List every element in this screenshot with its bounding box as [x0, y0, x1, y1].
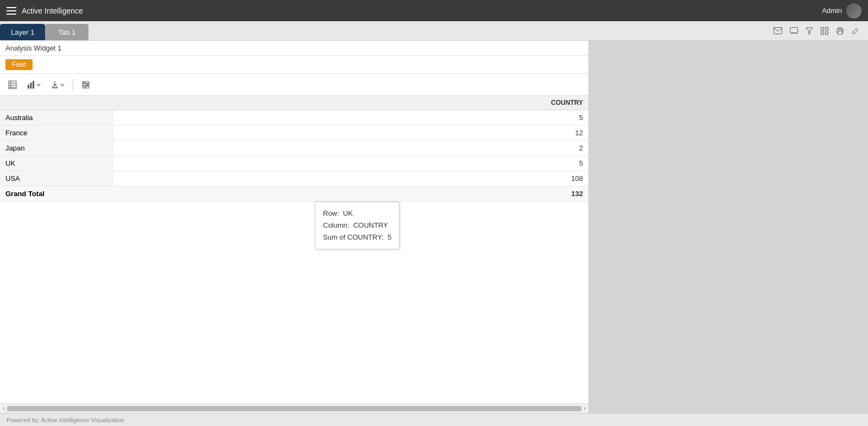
- data-table: COUNTRY Australia 5 France 12 Japan 2: [0, 96, 588, 202]
- filter-bar: Field: [0, 56, 588, 74]
- horizontal-scrollbar[interactable]: ‹ ›: [0, 403, 588, 413]
- app-title: Active Intelligence: [22, 7, 83, 15]
- tooltip-sum: Sum of COUNTRY: 5: [323, 231, 391, 243]
- tabs-bar: Layer 1 Tab 1: [0, 21, 868, 41]
- svg-rect-2: [821, 27, 824, 30]
- chart-view-btn[interactable]: [23, 78, 45, 92]
- tooltip-sum-value: 5: [388, 233, 391, 241]
- print-icon-btn[interactable]: [834, 26, 846, 36]
- comment-icon-btn[interactable]: [788, 26, 800, 36]
- row-value-australia: 5: [114, 110, 588, 126]
- tab-tab1[interactable]: Tab 1: [45, 24, 88, 40]
- avatar[interactable]: [846, 3, 861, 18]
- app-header: Active Intelligence Admin: [0, 0, 868, 21]
- grand-total-row: Grand Total 132: [0, 186, 588, 202]
- scroll-left-arrow[interactable]: ‹: [1, 405, 6, 411]
- tab-layer1[interactable]: Layer 1: [0, 24, 45, 40]
- svg-rect-7: [838, 28, 842, 29]
- row-label-australia: Australia: [0, 110, 114, 126]
- scroll-thumb[interactable]: [7, 406, 581, 411]
- export-btn[interactable]: [47, 78, 68, 92]
- tooltip-col-value: COUNTRY: [353, 221, 388, 229]
- tooltip-row: Row: UK: [323, 208, 391, 220]
- header-left: Active Intelligence: [7, 7, 83, 15]
- table-row: France 12: [0, 126, 588, 141]
- svg-rect-5: [826, 32, 828, 34]
- table-row: UK 5: [0, 156, 588, 171]
- header-right: Admin: [822, 3, 861, 18]
- edit-icon-btn[interactable]: [850, 26, 861, 36]
- tooltip-row-value: UK: [343, 209, 353, 217]
- filter-icon-btn[interactable]: [803, 26, 815, 36]
- tooltip-col-label: Column:: [323, 221, 349, 229]
- grid-icon-btn[interactable]: [819, 26, 831, 36]
- table-row: USA 108: [0, 171, 588, 186]
- row-header-empty: [0, 96, 114, 110]
- hamburger-menu[interactable]: [7, 7, 16, 15]
- widget-title: Analysis Widget 1: [0, 41, 588, 56]
- scroll-track[interactable]: [7, 406, 581, 411]
- scroll-right-arrow[interactable]: ›: [582, 405, 587, 411]
- svg-rect-15: [28, 85, 29, 89]
- tooltip-column: Column: COUNTRY: [323, 220, 391, 231]
- row-value-grand-total: 132: [114, 186, 588, 202]
- toolbar-divider: [73, 79, 73, 91]
- widget-toolbar: [0, 74, 588, 96]
- mail-icon-btn[interactable]: [771, 26, 784, 35]
- tooltip-row-label: Row:: [323, 209, 339, 217]
- svg-point-23: [87, 84, 88, 85]
- table-row: Australia 5: [0, 110, 588, 126]
- svg-point-9: [842, 30, 843, 31]
- row-label-usa: USA: [0, 171, 114, 186]
- tooltip-sum-label: Sum of COUNTRY:: [323, 233, 384, 241]
- row-value-japan: 2: [114, 141, 588, 156]
- admin-label: Admin: [822, 7, 842, 15]
- footer: Powered by: Active Intelligence Visualiz…: [0, 413, 868, 426]
- svg-rect-1: [790, 27, 798, 33]
- svg-point-22: [84, 82, 85, 83]
- svg-rect-8: [838, 32, 842, 34]
- tooltip-box: Row: UK Column: COUNTRY Sum of COUNTRY: …: [315, 202, 400, 249]
- svg-point-24: [85, 86, 86, 87]
- row-value-france: 12: [114, 126, 588, 141]
- right-panel: [589, 41, 868, 413]
- row-label-france: France: [0, 126, 114, 141]
- footer-text: Powered by: Active Intelligence Visualiz…: [7, 417, 124, 423]
- svg-rect-3: [826, 27, 828, 30]
- svg-rect-16: [30, 83, 32, 89]
- col-header-country: COUNTRY: [114, 96, 588, 110]
- row-value-usa: 108: [114, 171, 588, 186]
- table-view-btn[interactable]: [4, 78, 21, 92]
- row-label-japan: Japan: [0, 141, 114, 156]
- settings-btn[interactable]: [78, 78, 94, 92]
- svg-rect-4: [821, 32, 824, 34]
- left-panel: Analysis Widget 1 Field: [0, 41, 589, 413]
- svg-rect-17: [33, 81, 34, 89]
- tabs-toolbar: [771, 26, 861, 36]
- row-label-grand-total: Grand Total: [0, 186, 114, 202]
- row-value-uk: 5: [114, 156, 588, 171]
- row-label-uk: UK: [0, 156, 114, 171]
- table-row: Japan 2: [0, 141, 588, 156]
- field-badge[interactable]: Field: [5, 59, 33, 70]
- table-container: COUNTRY Australia 5 France 12 Japan 2: [0, 96, 588, 403]
- main-area: Analysis Widget 1 Field: [0, 41, 868, 413]
